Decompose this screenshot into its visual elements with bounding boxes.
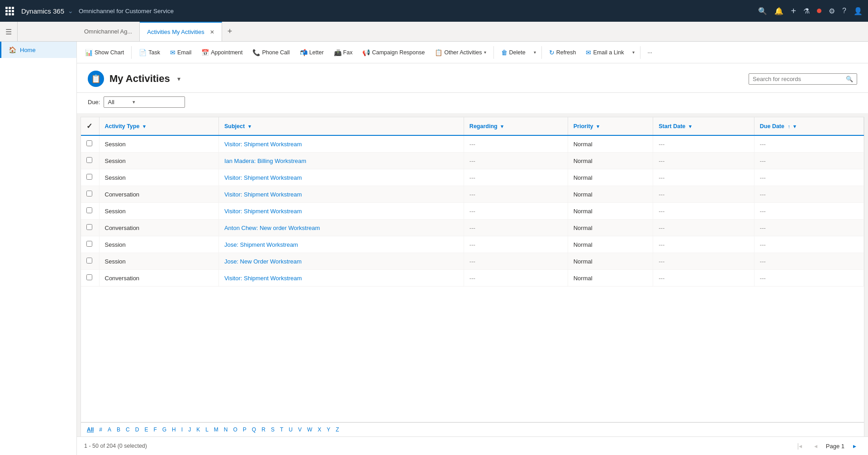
row-checkbox[interactable]	[81, 186, 99, 203]
search-icon[interactable]: 🔍	[758, 7, 767, 15]
row-checkbox[interactable]	[81, 153, 99, 169]
page-title-dropdown[interactable]: ▾	[177, 75, 180, 82]
alpha-item-s[interactable]: S	[269, 426, 277, 434]
row-subject[interactable]: Jose: New Order Workstream	[218, 253, 464, 270]
alpha-item-d[interactable]: D	[133, 426, 142, 434]
bell-icon[interactable]: 🔔	[774, 7, 783, 15]
col-header-start-date[interactable]: Start Date ▾	[653, 117, 754, 135]
email-button[interactable]: ✉ Email	[166, 46, 196, 59]
row-checkbox[interactable]	[81, 169, 99, 186]
settings-icon[interactable]: ⚙	[829, 7, 835, 15]
row-checkbox[interactable]	[81, 253, 99, 270]
alpha-item-z[interactable]: Z	[333, 426, 341, 434]
col-filter-activity-type[interactable]: ▾	[143, 124, 146, 129]
alpha-item-m[interactable]: M	[212, 426, 221, 434]
phone-call-button[interactable]: 📞 Phone Call	[248, 46, 294, 59]
filter-icon[interactable]: ⚗	[803, 7, 810, 15]
tab-close-icon[interactable]: ✕	[210, 29, 214, 35]
alpha-item-q[interactable]: Q	[250, 426, 258, 434]
app-name[interactable]: Dynamics 365	[21, 7, 64, 15]
data-table-container[interactable]: ✓ Activity Type ▾ Subject ▾ Regarding	[81, 117, 864, 422]
alpha-item-a[interactable]: A	[105, 426, 114, 434]
alpha-item-i[interactable]: I	[179, 426, 185, 434]
col-filter-priority[interactable]: ▾	[597, 124, 599, 129]
delete-button[interactable]: 🗑 Delete	[497, 46, 530, 59]
alpha-item-b[interactable]: B	[114, 426, 123, 434]
col-filter-regarding[interactable]: ▾	[501, 124, 503, 129]
alpha-item-o[interactable]: O	[231, 426, 240, 434]
row-checkbox[interactable]	[81, 270, 99, 287]
col-header-activity-type[interactable]: Activity Type ▾	[99, 117, 218, 135]
campaign-response-button[interactable]: 📢 Campaign Response	[358, 46, 429, 59]
row-subject[interactable]: Visitor: Shipment Workstream	[218, 270, 464, 287]
add-icon[interactable]: +	[791, 6, 796, 16]
email-link-dropdown-button[interactable]: ▾	[630, 47, 637, 57]
col-header-subject[interactable]: Subject ▾	[218, 117, 464, 135]
task-button[interactable]: 📄 Task	[134, 46, 165, 59]
waffle-menu[interactable]	[5, 7, 14, 15]
alpha-item-c[interactable]: C	[123, 426, 132, 434]
tab-omnichannel[interactable]: Omnichannel Ag...	[77, 22, 140, 41]
search-submit-icon[interactable]: 🔍	[846, 76, 853, 82]
email-link-button[interactable]: ✉ Email a Link	[581, 46, 628, 59]
row-subject[interactable]: Visitor: Shipment Workstream	[218, 186, 464, 203]
tab-add-button[interactable]: +	[222, 22, 238, 41]
alpha-item-n[interactable]: N	[222, 426, 230, 434]
alpha-item-#[interactable]: #	[97, 426, 104, 434]
alpha-item-v[interactable]: V	[296, 426, 304, 434]
delete-dropdown-button[interactable]: ▾	[531, 47, 539, 57]
alpha-item-y[interactable]: Y	[324, 426, 332, 434]
user-icon[interactable]: 👤	[854, 7, 863, 15]
row-subject[interactable]: Visitor: Shipment Workstream	[218, 203, 464, 220]
row-subject[interactable]: Jose: Shipment Workstream	[218, 236, 464, 253]
next-page-button[interactable]: ▸	[848, 440, 861, 452]
col-filter-subject[interactable]: ▾	[248, 124, 251, 129]
col-header-priority[interactable]: Priority ▾	[568, 117, 653, 135]
alpha-item-u[interactable]: U	[286, 426, 295, 434]
more-options-button[interactable]: ···	[643, 47, 657, 58]
col-filter-start-date[interactable]: ▾	[689, 124, 692, 129]
alpha-item-t[interactable]: T	[278, 426, 285, 434]
alpha-item-r[interactable]: R	[259, 426, 268, 434]
letter-button[interactable]: 📬 Letter	[295, 46, 328, 59]
col-header-regarding[interactable]: Regarding ▾	[464, 117, 568, 135]
row-subject[interactable]: Visitor: Shipment Workstream	[218, 169, 464, 186]
row-checkbox[interactable]	[81, 135, 99, 153]
alpha-item-p[interactable]: P	[241, 426, 249, 434]
row-checkbox[interactable]	[81, 203, 99, 220]
row-checkbox[interactable]	[81, 220, 99, 236]
col-header-due-date[interactable]: Due Date ↑ ▾	[754, 117, 863, 135]
alpha-item-h[interactable]: H	[170, 426, 178, 434]
hamburger-menu[interactable]: ☰	[0, 22, 18, 42]
refresh-button[interactable]: ↻ Refresh	[545, 46, 581, 59]
col-filter-due-date[interactable]: ▾	[793, 124, 796, 129]
alpha-item-x[interactable]: X	[315, 426, 323, 434]
alpha-item-w[interactable]: W	[305, 426, 314, 434]
alpha-item-all[interactable]: All	[85, 426, 96, 434]
alpha-item-l[interactable]: L	[203, 426, 211, 434]
row-subject[interactable]: Ian Madera: Billing Workstream	[218, 153, 464, 169]
appointment-button[interactable]: 📅 Appointment	[197, 46, 247, 59]
alpha-item-f[interactable]: F	[151, 426, 159, 434]
first-page-button[interactable]: |◂	[793, 440, 806, 452]
show-chart-button[interactable]: 📊 Show Chart	[81, 46, 128, 59]
filter-due-select[interactable]: All ▾	[104, 96, 185, 108]
row-checkbox[interactable]	[81, 236, 99, 253]
tab-activities[interactable]: Activities My Activities ✕	[140, 22, 222, 41]
other-activities-button[interactable]: 📋 Other Activities ▾	[430, 46, 490, 59]
row-subject[interactable]: Visitor: Shipment Workstream	[218, 135, 464, 153]
search-box[interactable]: 🔍	[749, 73, 857, 85]
row-subject[interactable]: Anton Chew: New order Workstream	[218, 220, 464, 236]
alpha-item-k[interactable]: K	[194, 426, 202, 434]
col-sort-due-date[interactable]: ↑	[787, 124, 790, 129]
fax-button[interactable]: 📠 Fax	[329, 46, 357, 59]
alpha-item-g[interactable]: G	[160, 426, 169, 434]
help-icon[interactable]: ?	[842, 7, 846, 15]
select-all-checkbox-header[interactable]: ✓	[81, 117, 99, 135]
sidebar-item-home[interactable]: 🏠 Home	[0, 42, 76, 58]
prev-page-button[interactable]: ◂	[810, 440, 822, 452]
app-name-chevron[interactable]: ⌄	[68, 7, 73, 14]
alpha-item-e[interactable]: E	[142, 426, 150, 434]
alpha-item-j[interactable]: J	[186, 426, 193, 434]
search-input[interactable]	[753, 76, 843, 82]
